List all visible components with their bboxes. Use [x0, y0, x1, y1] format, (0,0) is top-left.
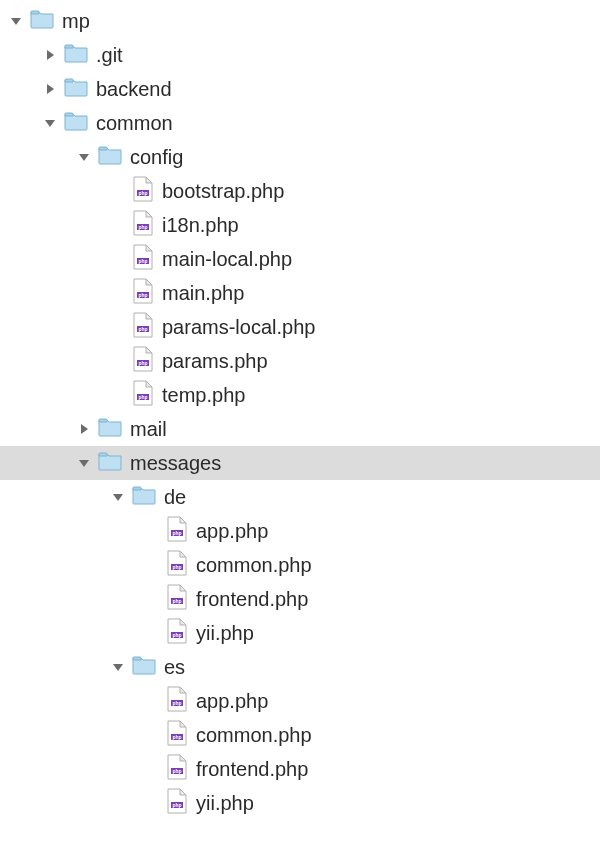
svg-marker-1 [47, 50, 54, 60]
svg-text:php: php [172, 530, 181, 536]
tree-row-params-php[interactable]: phpparams.php [0, 344, 600, 378]
chevron-down-icon[interactable] [76, 149, 92, 165]
tree-row-mp[interactable]: mp [0, 4, 600, 38]
disclosure-placeholder [144, 523, 160, 539]
tree-row-es-common-php[interactable]: phpcommon.php [0, 718, 600, 752]
tree-row-temp-php[interactable]: phptemp.php [0, 378, 600, 412]
folder-icon [30, 9, 62, 34]
tree-row-de-app-php[interactable]: phpapp.php [0, 514, 600, 548]
file-tree: mp.gitbackendcommonconfigphpbootstrap.ph… [0, 0, 600, 820]
tree-row-es-frontend-php[interactable]: phpfrontend.php [0, 752, 600, 786]
php-file-icon: php [166, 788, 196, 819]
php-file-icon: php [166, 550, 196, 581]
tree-row-params-local-php[interactable]: phpparams-local.php [0, 310, 600, 344]
php-file-icon: php [132, 210, 162, 241]
disclosure-placeholder [144, 557, 160, 573]
tree-item-label: main.php [162, 282, 244, 305]
tree-row-mail[interactable]: mail [0, 412, 600, 446]
php-file-icon: php [166, 686, 196, 717]
svg-text:php: php [138, 360, 147, 366]
tree-item-label: mp [62, 10, 90, 33]
svg-marker-21 [113, 494, 123, 501]
tree-row-de-frontend-php[interactable]: phpfrontend.php [0, 582, 600, 616]
folder-icon [98, 451, 130, 476]
tree-row-de[interactable]: de [0, 480, 600, 514]
chevron-down-icon[interactable] [110, 659, 126, 675]
svg-text:php: php [138, 258, 147, 264]
disclosure-placeholder [144, 761, 160, 777]
svg-text:php: php [172, 598, 181, 604]
disclosure-placeholder [110, 353, 126, 369]
disclosure-placeholder [144, 795, 160, 811]
svg-text:php: php [138, 292, 147, 298]
tree-item-label: config [130, 146, 183, 169]
tree-row-config[interactable]: config [0, 140, 600, 174]
chevron-down-icon[interactable] [42, 115, 58, 131]
tree-item-label: app.php [196, 520, 268, 543]
svg-text:php: php [172, 700, 181, 706]
folder-icon [132, 485, 164, 510]
tree-row-es-app-php[interactable]: phpapp.php [0, 684, 600, 718]
svg-marker-19 [81, 424, 88, 434]
tree-item-label: messages [130, 452, 221, 475]
svg-marker-2 [47, 84, 54, 94]
disclosure-placeholder [144, 693, 160, 709]
svg-text:php: php [172, 768, 181, 774]
svg-text:php: php [138, 224, 147, 230]
svg-marker-30 [113, 664, 123, 671]
tree-row-git[interactable]: .git [0, 38, 600, 72]
svg-text:php: php [138, 326, 147, 332]
php-file-icon: php [132, 346, 162, 377]
folder-icon [132, 655, 164, 680]
svg-text:php: php [172, 734, 181, 740]
tree-item-label: mail [130, 418, 167, 441]
tree-item-label: params-local.php [162, 316, 315, 339]
chevron-right-icon[interactable] [42, 47, 58, 63]
chevron-right-icon[interactable] [42, 81, 58, 97]
tree-item-label: frontend.php [196, 758, 308, 781]
tree-item-label: yii.php [196, 792, 254, 815]
folder-icon [98, 145, 130, 170]
svg-marker-4 [79, 154, 89, 161]
tree-row-de-yii-php[interactable]: phpyii.php [0, 616, 600, 650]
disclosure-placeholder [110, 319, 126, 335]
chevron-down-icon[interactable] [8, 13, 24, 29]
tree-item-label: common.php [196, 554, 312, 577]
tree-item-label: common [96, 112, 173, 135]
disclosure-placeholder [110, 285, 126, 301]
php-file-icon: php [132, 380, 162, 411]
tree-row-de-common-php[interactable]: phpcommon.php [0, 548, 600, 582]
tree-item-label: de [164, 486, 186, 509]
tree-row-backend[interactable]: backend [0, 72, 600, 106]
svg-marker-0 [11, 18, 21, 25]
php-file-icon: php [132, 278, 162, 309]
chevron-down-icon[interactable] [76, 455, 92, 471]
tree-item-label: temp.php [162, 384, 245, 407]
tree-row-es-yii-php[interactable]: phpyii.php [0, 786, 600, 820]
php-file-icon: php [132, 244, 162, 275]
disclosure-placeholder [110, 387, 126, 403]
disclosure-placeholder [144, 591, 160, 607]
svg-text:php: php [172, 632, 181, 638]
php-file-icon: php [166, 516, 196, 547]
tree-item-label: .git [96, 44, 123, 67]
tree-item-label: app.php [196, 690, 268, 713]
tree-row-common[interactable]: common [0, 106, 600, 140]
tree-item-label: es [164, 656, 185, 679]
tree-row-bootstrap-php[interactable]: phpbootstrap.php [0, 174, 600, 208]
disclosure-placeholder [144, 625, 160, 641]
tree-row-es[interactable]: es [0, 650, 600, 684]
tree-row-main-php[interactable]: phpmain.php [0, 276, 600, 310]
folder-icon [64, 77, 96, 102]
disclosure-placeholder [110, 251, 126, 267]
folder-icon [98, 417, 130, 442]
tree-item-label: i18n.php [162, 214, 239, 237]
tree-item-label: yii.php [196, 622, 254, 645]
tree-row-messages[interactable]: messages [0, 446, 600, 480]
chevron-down-icon[interactable] [110, 489, 126, 505]
tree-row-main-local-php[interactable]: phpmain-local.php [0, 242, 600, 276]
tree-row-i18n-php[interactable]: phpi18n.php [0, 208, 600, 242]
chevron-right-icon[interactable] [76, 421, 92, 437]
tree-item-label: bootstrap.php [162, 180, 284, 203]
tree-item-label: common.php [196, 724, 312, 747]
